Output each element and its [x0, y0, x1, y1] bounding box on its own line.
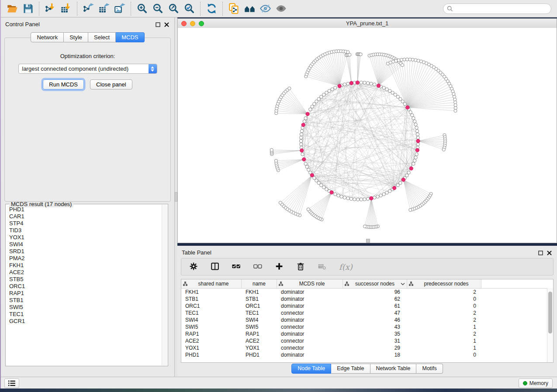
hide-selected-button[interactable]: [257, 1, 273, 16]
table-cell[interactable]: PHD1: [242, 351, 277, 358]
horizontal-splitter-handle[interactable]: [366, 239, 370, 243]
table-cell[interactable]: ORC1: [242, 303, 277, 309]
table-cell[interactable]: 29: [343, 344, 407, 351]
mcds-result-item[interactable]: FKH1: [9, 262, 162, 269]
table-cell[interactable]: ACE2: [181, 337, 242, 344]
table-cell[interactable]: YOX1: [181, 344, 242, 351]
mcds-result-item[interactable]: STB1: [9, 297, 162, 304]
mcds-result-item[interactable]: TID3: [9, 227, 162, 234]
table-cell[interactable]: SWI4: [242, 316, 277, 323]
table-cell[interactable]: 47: [343, 309, 407, 316]
refresh-button[interactable]: [204, 1, 219, 16]
table-row[interactable]: TEC1TEC1connector472: [181, 309, 553, 316]
close-panel-icon[interactable]: [547, 249, 552, 257]
table-row[interactable]: SWI4SWI4dominator462: [181, 316, 553, 323]
import-network-button[interactable]: [42, 1, 58, 16]
table-cell[interactable]: 0: [407, 303, 481, 309]
delete-row-button[interactable]: [296, 262, 306, 272]
network-canvas[interactable]: [178, 28, 557, 244]
save-session-button[interactable]: [20, 1, 36, 16]
table-cell[interactable]: SWI5: [181, 323, 242, 330]
table-cell[interactable]: 0: [407, 351, 481, 358]
table-cell[interactable]: 43: [343, 323, 407, 330]
mcds-result-item[interactable]: SWI4: [9, 241, 162, 248]
mcds-result-item[interactable]: PHD1: [9, 206, 162, 213]
tab-style[interactable]: Style: [64, 32, 88, 42]
table-cell[interactable]: TEC1: [242, 309, 277, 316]
table-cell[interactable]: connector: [277, 309, 343, 316]
table-cell[interactable]: 35: [343, 330, 407, 337]
table-cell[interactable]: dominator: [277, 303, 343, 309]
mcds-result-item[interactable]: SRD1: [9, 248, 162, 255]
tab-select[interactable]: Select: [88, 32, 116, 42]
table-cell[interactable]: 62: [343, 296, 407, 303]
table-cell[interactable]: PHD1: [181, 351, 242, 358]
close-panel-icon[interactable]: [164, 21, 169, 29]
export-image-button[interactable]: [112, 1, 128, 16]
table-cell[interactable]: SWI5: [242, 323, 277, 330]
float-panel-icon[interactable]: [538, 249, 543, 257]
table-cell[interactable]: 2: [407, 309, 481, 316]
table-row[interactable]: YOX1YOX1connector291: [181, 344, 553, 351]
first-neighbors-button[interactable]: [242, 1, 257, 16]
mcds-result-item[interactable]: SWI5: [9, 304, 162, 311]
search-field[interactable]: [443, 3, 551, 14]
column-chooser-button[interactable]: [211, 262, 220, 272]
import-table-button[interactable]: [58, 1, 74, 16]
mcds-result-item[interactable]: YOX1: [9, 234, 162, 241]
mcds-result-item[interactable]: RAP1: [9, 290, 162, 297]
zoom-fit-button[interactable]: [166, 1, 181, 16]
search-input[interactable]: [455, 4, 551, 13]
table-cell[interactable]: dominator: [277, 316, 343, 323]
table-cell[interactable]: dominator: [277, 330, 343, 337]
table-tab-node-table[interactable]: Node Table: [291, 364, 331, 374]
table-row[interactable]: SWI5SWI5connector431: [181, 323, 553, 330]
task-history-button[interactable]: [4, 378, 19, 388]
close-panel-button[interactable]: Close panel: [90, 79, 132, 89]
network-window-titlebar[interactable]: YPA_prune.txt_1: [178, 19, 557, 28]
table-cell[interactable]: 96: [343, 289, 407, 296]
table-tab-motifs[interactable]: Motifs: [416, 364, 443, 374]
export-table-button[interactable]: [96, 1, 112, 16]
zoom-out-button[interactable]: [150, 1, 166, 16]
table-cell[interactable]: RAP1: [181, 330, 242, 337]
mcds-result-item[interactable]: TEC1: [9, 311, 162, 318]
mcds-result-item[interactable]: STB5: [9, 276, 162, 283]
table-cell[interactable]: YOX1: [242, 344, 277, 351]
table-cell[interactable]: FKH1: [242, 289, 277, 296]
table-cell[interactable]: STB1: [181, 296, 242, 303]
mcds-result-item[interactable]: PMA2: [9, 255, 162, 262]
table-row[interactable]: PHD1PHD1dominator180: [181, 351, 553, 358]
table-tab-edge-table[interactable]: Edge Table: [331, 364, 370, 374]
table-cell[interactable]: SWI4: [181, 316, 242, 323]
table-scrollbar[interactable]: [547, 288, 553, 362]
mcds-result-item[interactable]: STP4: [9, 220, 162, 227]
zoom-selected-button[interactable]: [181, 1, 197, 16]
table-cell[interactable]: ACE2: [242, 337, 277, 344]
table-cell[interactable]: dominator: [277, 351, 343, 358]
table-cell[interactable]: STB1: [242, 296, 277, 303]
settings-gear-button[interactable]: [189, 262, 199, 272]
table-cell[interactable]: 46: [343, 316, 407, 323]
column-header-successor-nodes[interactable]: successor nodes: [343, 279, 407, 288]
table-row[interactable]: RAP1RAP1dominator352: [181, 330, 553, 337]
table-cell[interactable]: ORC1: [181, 303, 242, 309]
table-row[interactable]: ACE2ACE2connector311: [181, 337, 553, 344]
table-cell[interactable]: 61: [343, 303, 407, 309]
table-cell[interactable]: 2: [407, 316, 481, 323]
result-scrollbar[interactable]: [162, 205, 167, 365]
table-cell[interactable]: 1: [407, 337, 481, 344]
table-row[interactable]: FKH1FKH1dominator962: [181, 289, 553, 296]
add-row-button[interactable]: [275, 262, 284, 272]
table-cell[interactable]: connector: [277, 337, 343, 344]
table-cell[interactable]: dominator: [277, 296, 343, 303]
column-header-predecessor-nodes[interactable]: predecessor nodes: [407, 279, 481, 288]
mcds-result-item[interactable]: GCR1: [9, 318, 162, 325]
table-cell[interactable]: dominator: [277, 289, 343, 296]
column-header-shared-name[interactable]: shared name: [181, 279, 242, 288]
column-header-name[interactable]: name: [242, 279, 277, 288]
table-cell[interactable]: 0: [407, 296, 481, 303]
deselect-all-button[interactable]: [253, 262, 263, 272]
table-cell[interactable]: connector: [277, 323, 343, 330]
column-header-mcds-role[interactable]: MCDS role: [277, 279, 343, 288]
